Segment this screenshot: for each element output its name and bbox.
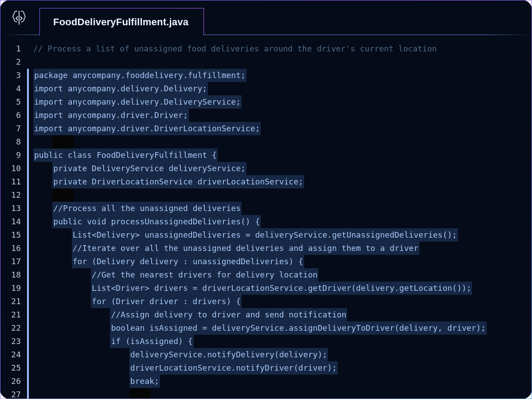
tab-label: FoodDeliveryFulfillment.java xyxy=(53,16,188,28)
line-number: 17 xyxy=(0,255,21,268)
line-number: 2 xyxy=(0,55,21,69)
tab-active[interactable]: FoodDeliveryFulfillment.java xyxy=(39,8,204,35)
line-number: 1 xyxy=(0,42,21,55)
code-line xyxy=(33,55,518,69)
line-number: 5 xyxy=(0,95,21,109)
line-number: 18 xyxy=(0,268,21,282)
line-number: 14 xyxy=(0,215,21,228)
line-number: 6 xyxy=(0,109,21,122)
code-line: List<Delivery> unassignedDeliveries = de… xyxy=(33,228,518,242)
code-line: private DeliveryService deliveryService; xyxy=(33,162,518,175)
selection-bar xyxy=(27,69,29,399)
line-number: 22 xyxy=(0,321,21,335)
line-number: 24 xyxy=(0,348,21,361)
line-number: 13 xyxy=(0,202,21,215)
code-line: if (isAssigned) { xyxy=(33,335,518,348)
code-line: //Get the nearest drivers for delivery l… xyxy=(33,268,518,282)
code-line xyxy=(33,135,518,149)
code-content: // Process a list of unassigned food del… xyxy=(27,42,518,399)
code-line: //Process all the unassigned deliveries xyxy=(33,202,518,215)
line-number: 27 xyxy=(0,388,21,399)
code-line xyxy=(33,388,518,399)
line-number: 25 xyxy=(0,361,21,375)
line-number: 7 xyxy=(0,122,21,135)
line-number: 15 xyxy=(0,228,21,242)
code-editor[interactable]: 1234567891011121314151617181921212223242… xyxy=(0,35,532,399)
line-number: 11 xyxy=(0,175,21,188)
line-number: 8 xyxy=(0,135,21,149)
code-line: private DriverLocationService driverLoca… xyxy=(33,175,518,188)
code-line: List<Driver> drivers = driverLocationSer… xyxy=(33,282,518,295)
code-line xyxy=(33,188,518,202)
code-line: import anycompany.driver.Driver; xyxy=(33,109,518,122)
line-number: 9 xyxy=(0,149,21,162)
line-number: 26 xyxy=(0,375,21,388)
code-line: // Process a list of unassigned food del… xyxy=(33,42,518,55)
tab-bar: FoodDeliveryFulfillment.java xyxy=(0,0,532,35)
code-line: public class FoodDeliveryFulfillment { xyxy=(33,149,518,162)
code-line: //Iterate over all the unassigned delive… xyxy=(33,242,518,255)
line-number-gutter: 1234567891011121314151617181921212223242… xyxy=(0,42,27,399)
line-number: 21 xyxy=(0,308,21,321)
line-number: 12 xyxy=(0,188,21,202)
line-number: 10 xyxy=(0,162,21,175)
line-number: 4 xyxy=(0,82,21,95)
line-number: 19 xyxy=(0,282,21,295)
code-line: deliveryService.notifyDelivery(delivery)… xyxy=(33,348,518,361)
line-number: 23 xyxy=(0,335,21,348)
code-line: //Assign delivery to driver and send not… xyxy=(33,308,518,321)
code-line: for (Driver driver : drivers) { xyxy=(33,295,518,308)
editor-window: FoodDeliveryFulfillment.java 12345678910… xyxy=(0,0,532,399)
code-line: break; xyxy=(33,375,518,388)
code-line: import anycompany.delivery.DeliveryServi… xyxy=(33,95,518,109)
code-area[interactable]: // Process a list of unassigned food del… xyxy=(27,42,532,399)
code-line: import anycompany.driver.DriverLocationS… xyxy=(33,122,518,135)
code-line: public void processUnassignedDeliveries(… xyxy=(33,215,518,228)
code-line: import anycompany.delivery.Delivery; xyxy=(33,82,518,95)
line-number: 16 xyxy=(0,242,21,255)
code-line: driverLocationService.notifyDriver(drive… xyxy=(33,361,518,375)
code-line: for (Delivery delivery : unassignedDeliv… xyxy=(33,255,518,268)
line-number: 21 xyxy=(0,295,21,308)
code-line: package anycompany.fooddelivery.fulfillm… xyxy=(33,69,518,82)
line-number: 3 xyxy=(0,69,21,82)
code-line: boolean isAssigned = deliveryService.ass… xyxy=(33,321,518,335)
code-brain-icon xyxy=(9,8,29,27)
